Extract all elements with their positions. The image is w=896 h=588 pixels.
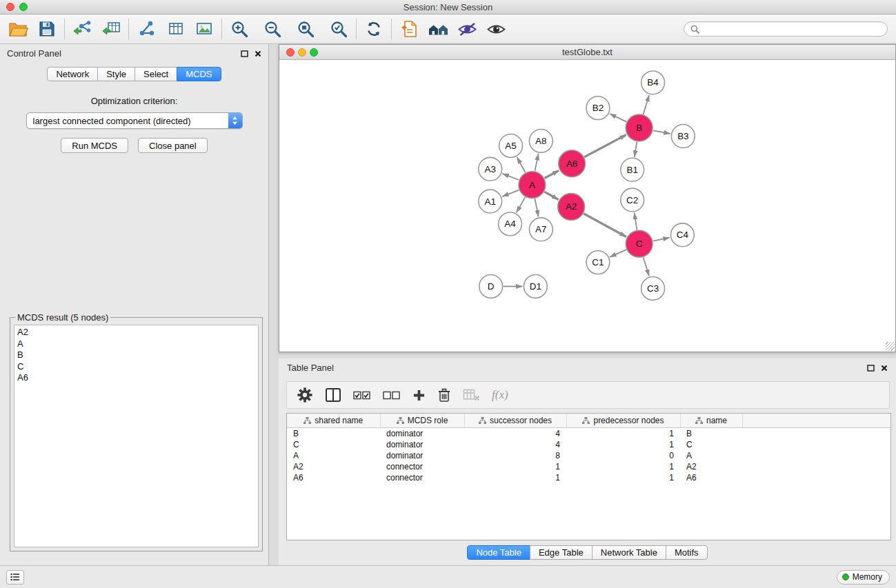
- column-header-shared-name[interactable]: shared name: [287, 414, 380, 427]
- table-row[interactable]: Cdominator41C: [287, 439, 890, 450]
- node-A4[interactable]: A4: [499, 212, 522, 236]
- table-cell[interactable]: A6: [680, 472, 742, 483]
- table-cell[interactable]: 1: [566, 427, 680, 439]
- show-hide-details-button[interactable]: [485, 17, 507, 41]
- table-cell[interactable]: 4: [464, 427, 566, 439]
- task-history-button[interactable]: [6, 570, 24, 585]
- new-table-button[interactable]: [164, 17, 186, 41]
- zoom-in-button[interactable]: [228, 17, 250, 41]
- open-session-file-button[interactable]: [398, 17, 420, 41]
- node-B4[interactable]: B4: [641, 71, 665, 94]
- table-cell[interactable]: dominator: [380, 427, 464, 439]
- float-table-panel-icon[interactable]: [867, 365, 875, 372]
- edge-C-C4[interactable]: [653, 238, 670, 241]
- function-builder-button[interactable]: f(x): [492, 385, 508, 405]
- search-box[interactable]: [684, 21, 888, 37]
- column-header-name[interactable]: name: [680, 414, 742, 427]
- result-item[interactable]: B: [17, 349, 255, 361]
- mcds-result-list[interactable]: A2ABCA6: [14, 325, 259, 547]
- refresh-button[interactable]: [363, 17, 385, 41]
- table-cell[interactable]: A2: [680, 461, 742, 472]
- node-A8[interactable]: A8: [529, 130, 552, 153]
- tab-network[interactable]: Network: [47, 67, 98, 81]
- column-header-successor-nodes[interactable]: successor nodes: [464, 414, 566, 427]
- zoom-window-button[interactable]: [19, 3, 28, 11]
- save-session-button[interactable]: [36, 17, 58, 41]
- node-A6[interactable]: A6: [559, 150, 586, 177]
- export-image-button[interactable]: [193, 17, 215, 41]
- column-header-mcds-role[interactable]: MCDS role: [380, 414, 464, 427]
- result-item[interactable]: A: [17, 338, 255, 350]
- table-cell[interactable]: 1: [464, 461, 566, 472]
- table-cell[interactable]: A6: [287, 472, 380, 483]
- edge-B-B4[interactable]: [644, 95, 650, 114]
- tab-mcds[interactable]: MCDS: [177, 67, 221, 81]
- table-cell[interactable]: 4: [464, 439, 566, 450]
- open-session-button[interactable]: [7, 17, 29, 41]
- float-panel-icon[interactable]: [241, 50, 248, 57]
- node-D[interactable]: D: [479, 275, 503, 298]
- add-column-button[interactable]: [412, 385, 426, 405]
- close-network-window-button[interactable]: [286, 48, 295, 57]
- node-B1[interactable]: B1: [621, 158, 644, 181]
- node-C3[interactable]: C3: [641, 277, 665, 301]
- table-cell[interactable]: 0: [566, 450, 680, 461]
- edge-C-C2[interactable]: [635, 213, 637, 230]
- edge-A6-B[interactable]: [584, 135, 626, 157]
- zoom-selected-button[interactable]: [328, 17, 350, 41]
- column-header-predecessor-nodes[interactable]: predecessor nodes: [566, 414, 680, 427]
- zoom-out-button[interactable]: [261, 17, 283, 41]
- edge-C-C3[interactable]: [644, 257, 649, 276]
- table-row[interactable]: A2connector11A2: [287, 461, 890, 472]
- close-table-panel-icon[interactable]: [881, 365, 888, 372]
- table-cell[interactable]: connector: [380, 461, 464, 472]
- import-network-from-file-button[interactable]: [71, 17, 93, 41]
- titlebar[interactable]: Session: New Session: [0, 0, 896, 14]
- minimize-network-window-button[interactable]: [298, 48, 306, 57]
- table-cell[interactable]: A2: [287, 461, 380, 472]
- deselect-all-button[interactable]: [383, 385, 401, 405]
- tab-style[interactable]: Style: [97, 67, 135, 81]
- table-cell[interactable]: 1: [566, 439, 680, 450]
- choose-columns-button[interactable]: [325, 385, 341, 405]
- table-cell[interactable]: connector: [380, 472, 464, 483]
- zoom-network-window-button[interactable]: [310, 48, 318, 57]
- node-B[interactable]: B: [626, 114, 653, 141]
- edge-A-A8[interactable]: [535, 154, 538, 171]
- tab-network-table[interactable]: Network Table: [592, 545, 666, 560]
- node-A7[interactable]: A7: [529, 218, 552, 241]
- node-A[interactable]: A: [519, 172, 546, 199]
- select-all-button[interactable]: [353, 385, 371, 405]
- node-C1[interactable]: C1: [586, 251, 610, 274]
- table-row[interactable]: Adominator80A: [287, 450, 890, 461]
- new-network-button[interactable]: [135, 17, 157, 41]
- run-mcds-button[interactable]: Run MCDS: [61, 138, 128, 153]
- edge-A-A6[interactable]: [544, 170, 559, 178]
- tab-edge-table[interactable]: Edge Table: [530, 545, 593, 560]
- network-canvas[interactable]: B4B2BB3A5A8A6A3B1AA1C2A2A4A7C4CC1C3DD1: [279, 60, 895, 352]
- close-window-button[interactable]: [6, 3, 14, 11]
- tab-select[interactable]: Select: [135, 67, 177, 81]
- edge-A-A3[interactable]: [502, 174, 519, 180]
- resize-grip[interactable]: [886, 342, 895, 351]
- table-row[interactable]: A6connector11A6: [287, 472, 890, 483]
- edge-B-B3[interactable]: [653, 130, 670, 134]
- import-table-from-file-button[interactable]: [100, 17, 122, 41]
- toggle-graphics-details-button[interactable]: [456, 17, 478, 41]
- table-cell[interactable]: 8: [464, 450, 566, 461]
- edge-B-B1[interactable]: [635, 142, 637, 157]
- table-cell[interactable]: 1: [566, 472, 680, 483]
- table-cell[interactable]: A: [680, 450, 742, 461]
- node-table[interactable]: shared nameMCDS rolesuccessor nodesprede…: [286, 413, 891, 540]
- criterion-dropdown[interactable]: largest connected component (directed): [26, 112, 243, 129]
- edge-A-A2[interactable]: [544, 192, 558, 199]
- edge-B-B2[interactable]: [610, 114, 626, 122]
- tab-node-table[interactable]: Node Table: [467, 545, 530, 560]
- node-D1[interactable]: D1: [524, 275, 547, 298]
- table-cell[interactable]: B: [287, 427, 380, 439]
- node-C2[interactable]: C2: [621, 188, 644, 212]
- node-C4[interactable]: C4: [670, 223, 694, 247]
- delete-column-button[interactable]: [437, 385, 451, 405]
- table-settings-button[interactable]: [297, 385, 313, 405]
- zoom-fit-button[interactable]: [295, 17, 317, 41]
